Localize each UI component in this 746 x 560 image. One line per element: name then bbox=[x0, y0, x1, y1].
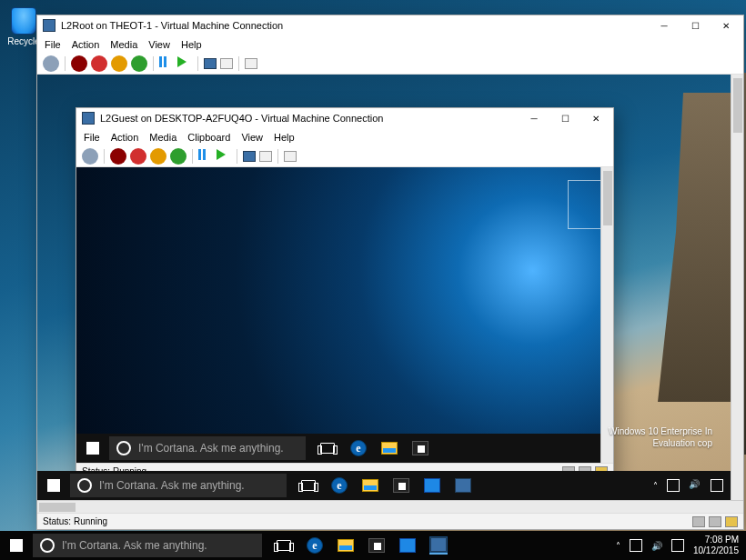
clock-date: 10/12/2015 bbox=[693, 545, 739, 556]
tray-overflow-icon[interactable]: ˄ bbox=[653, 481, 658, 491]
minimize-button[interactable]: ─ bbox=[519, 108, 549, 128]
action-center-icon[interactable] bbox=[671, 539, 684, 552]
edge-icon[interactable] bbox=[330, 476, 348, 495]
status-icon bbox=[692, 516, 705, 527]
vm2-titlebar[interactable]: L2Guest on DESKTOP-A2FUQ4O - Virtual Mac… bbox=[76, 108, 613, 128]
menu-view[interactable]: View bbox=[148, 39, 170, 50]
vm1-client: L2Guest on DESKTOP-A2FUQ4O - Virtual Mac… bbox=[37, 75, 743, 500]
clock[interactable]: 7:08 PM 10/12/2015 bbox=[693, 535, 739, 556]
vm1-guest-desktop[interactable]: L2Guest on DESKTOP-A2FUQ4O - Virtual Mac… bbox=[37, 75, 731, 500]
reset-button[interactable] bbox=[177, 56, 192, 71]
volume-icon[interactable]: 🔊 bbox=[651, 541, 662, 551]
vm2-guest-taskbar: I'm Cortana. Ask me anything. bbox=[76, 434, 613, 463]
vmconnect-task-icon[interactable] bbox=[429, 536, 448, 555]
vm1-tray: ˄ 🔊 bbox=[646, 479, 731, 492]
vm1-menubar: File Action Media View Help bbox=[37, 35, 743, 53]
store-icon[interactable] bbox=[411, 439, 429, 457]
edge-icon[interactable] bbox=[306, 536, 324, 555]
save-button[interactable] bbox=[111, 55, 127, 72]
minimize-button[interactable]: ─ bbox=[649, 15, 680, 35]
close-button[interactable]: ✕ bbox=[711, 15, 741, 35]
taskview-button[interactable] bbox=[318, 439, 337, 457]
taskview-button[interactable] bbox=[299, 476, 318, 495]
enhanced-session-button[interactable] bbox=[284, 151, 297, 162]
search-placeholder: I'm Cortana. Ask me anything. bbox=[138, 442, 284, 455]
vm2-title: L2Guest on DESKTOP-A2FUQ4O - Virtual Mac… bbox=[100, 113, 383, 124]
vm1-window: L2Root on THEOT-1 - Virtual Machine Conn… bbox=[36, 15, 744, 530]
start-button[interactable] bbox=[37, 471, 70, 500]
network-icon[interactable] bbox=[630, 539, 642, 552]
menu-media[interactable]: Media bbox=[149, 132, 176, 143]
store-icon[interactable] bbox=[368, 536, 386, 555]
vm1-wallpaper-rock bbox=[658, 93, 731, 402]
cortana-search[interactable]: I'm Cortana. Ask me anything. bbox=[109, 436, 306, 460]
vm1-statusbar: Status: Running bbox=[37, 513, 743, 529]
file-explorer-icon[interactable] bbox=[361, 476, 379, 495]
turnoff-button[interactable] bbox=[71, 55, 87, 72]
vmconnect-icon bbox=[43, 19, 55, 32]
ctrl-alt-del-button[interactable] bbox=[43, 55, 59, 72]
recycle-bin[interactable]: Recycle bbox=[7, 7, 40, 47]
vmconnect-task-icon[interactable] bbox=[454, 476, 472, 495]
menu-action[interactable]: Action bbox=[72, 39, 100, 50]
menu-action[interactable]: Action bbox=[111, 132, 139, 143]
menu-file[interactable]: File bbox=[45, 39, 61, 50]
start-button[interactable] bbox=[170, 148, 186, 165]
status-label: Status: bbox=[43, 516, 71, 526]
vm1-titlebar[interactable]: L2Root on THEOT-1 - Virtual Machine Conn… bbox=[37, 15, 743, 35]
network-icon[interactable] bbox=[667, 479, 680, 492]
vm2-menubar: File Action Media Clipboard View Help bbox=[76, 128, 613, 145]
file-explorer-icon[interactable] bbox=[337, 536, 355, 555]
vm2-vertical-scrollbar[interactable] bbox=[600, 167, 613, 463]
start-button[interactable] bbox=[76, 434, 109, 463]
save-button[interactable] bbox=[150, 148, 166, 165]
checkpoint-button[interactable] bbox=[243, 151, 256, 162]
clock-time: 7:08 PM bbox=[693, 535, 739, 545]
enhanced-session-button[interactable] bbox=[245, 58, 257, 69]
vm1-vertical-scrollbar[interactable] bbox=[731, 75, 743, 500]
status-value: Running bbox=[74, 516, 107, 526]
menu-file[interactable]: File bbox=[84, 132, 100, 143]
start-button[interactable] bbox=[0, 531, 33, 560]
taskview-button[interactable] bbox=[275, 536, 293, 555]
store-icon[interactable] bbox=[392, 476, 410, 495]
pause-button[interactable] bbox=[159, 56, 174, 71]
lock-icon bbox=[725, 516, 738, 527]
menu-view[interactable]: View bbox=[241, 132, 263, 143]
cortana-icon bbox=[40, 538, 55, 553]
file-explorer-icon[interactable] bbox=[380, 439, 398, 457]
shutdown-button[interactable] bbox=[91, 55, 107, 72]
vmconnect-icon bbox=[82, 112, 95, 125]
menu-clipboard[interactable]: Clipboard bbox=[187, 132, 230, 143]
hyperv-manager-icon[interactable] bbox=[398, 536, 417, 555]
shutdown-button[interactable] bbox=[130, 148, 146, 165]
close-button[interactable]: ✕ bbox=[580, 108, 611, 128]
cortana-icon bbox=[116, 441, 131, 455]
vm2-window: L2Guest on DESKTOP-A2FUQ4O - Virtual Mac… bbox=[76, 107, 614, 480]
windows-watermark: Windows 10 Enterprise In Evaluation cop bbox=[609, 425, 712, 449]
cortana-search[interactable]: I'm Cortana. Ask me anything. bbox=[33, 534, 262, 557]
pause-button[interactable] bbox=[198, 149, 213, 164]
ctrl-alt-del-button[interactable] bbox=[82, 148, 98, 165]
menu-help[interactable]: Help bbox=[181, 39, 202, 50]
checkpoint-button[interactable] bbox=[204, 58, 217, 69]
hyperv-manager-icon[interactable] bbox=[423, 476, 441, 495]
edge-icon[interactable] bbox=[349, 439, 368, 457]
start-button[interactable] bbox=[131, 55, 147, 72]
volume-icon[interactable]: 🔊 bbox=[689, 479, 701, 492]
vm1-guest-taskbar: I'm Cortana. Ask me anything. ˄ 🔊 bbox=[37, 471, 731, 500]
maximize-button[interactable]: ☐ bbox=[549, 108, 580, 128]
action-center-icon[interactable] bbox=[711, 479, 723, 492]
vm2-guest-desktop[interactable]: I'm Cortana. Ask me anything. bbox=[76, 167, 613, 463]
maximize-button[interactable]: ☐ bbox=[680, 15, 711, 35]
reset-button[interactable] bbox=[217, 149, 231, 164]
menu-help[interactable]: Help bbox=[274, 132, 295, 143]
host-taskbar: I'm Cortana. Ask me anything. ˄ 🔊 7:08 P… bbox=[0, 531, 746, 560]
vm1-horizontal-scrollbar[interactable] bbox=[37, 500, 743, 513]
revert-button[interactable] bbox=[220, 58, 233, 69]
cortana-search[interactable]: I'm Cortana. Ask me anything. bbox=[70, 474, 287, 497]
menu-media[interactable]: Media bbox=[110, 39, 137, 50]
tray-overflow-icon[interactable]: ˄ bbox=[616, 541, 620, 551]
revert-button[interactable] bbox=[259, 151, 272, 162]
turnoff-button[interactable] bbox=[110, 148, 126, 165]
